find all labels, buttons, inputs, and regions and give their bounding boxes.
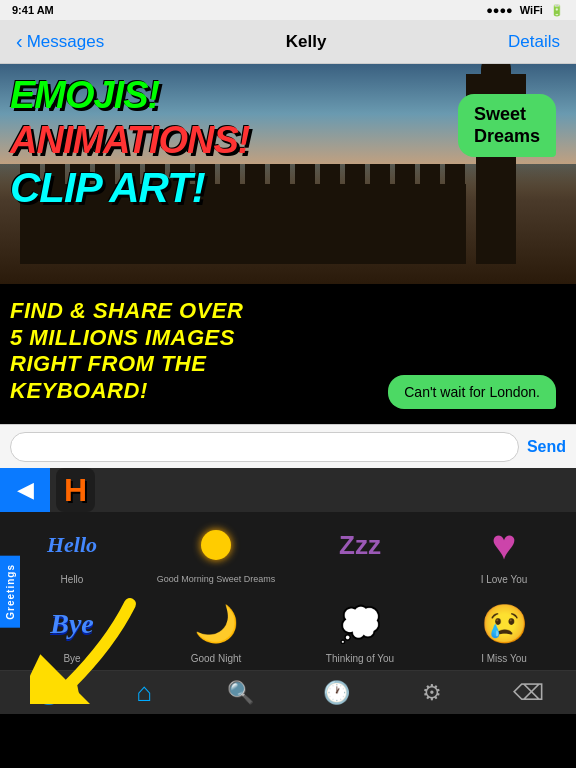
wifi-icon: WiFi: [520, 4, 543, 16]
moon-emoji: 🌙: [189, 599, 244, 649]
status-right: ●●●● WiFi 🔋: [486, 4, 564, 17]
input-bar: Send: [0, 424, 576, 468]
keyboard-bottom-bar: 🌐 ⌂ 🔍 🕐 ⚙ ⌫: [0, 670, 576, 714]
messages-area: EMOJIS! ANIMATIONS! CLIP ART! FIND & SHA…: [0, 64, 576, 424]
search-button[interactable]: 🔍: [215, 671, 265, 715]
h-sticker: H: [56, 468, 95, 512]
hello-text: Hello: [47, 534, 97, 556]
bye-text: Bye: [50, 610, 94, 638]
sticker-row-1: Hello Hello Good Morning Sweet Dreams Zz…: [0, 512, 576, 591]
home-icon: ⌂: [136, 677, 152, 708]
chevron-left-icon: ‹: [16, 30, 23, 53]
status-time: 9:41 AM: [12, 4, 54, 16]
sticker-row-2: Bye Bye 🌙 Good Night 💭 Thinking of: [0, 591, 576, 670]
sticker-hello[interactable]: Hello Hello: [0, 512, 144, 591]
h-sticker-area: H: [56, 472, 95, 509]
status-bar: 9:41 AM ●●●● WiFi 🔋: [0, 0, 576, 20]
sticker-zzz[interactable]: Zzz: [288, 512, 432, 591]
search-icon: 🔍: [227, 680, 254, 706]
sticker-bye[interactable]: Bye Bye: [0, 591, 144, 670]
goodnight-label: Good Night: [191, 653, 242, 664]
moon-icon-glyph: 🌙: [194, 606, 239, 642]
sticker-grid: Hello Hello Good Morning Sweet Dreams Zz…: [0, 512, 576, 670]
home-button[interactable]: ⌂: [119, 671, 169, 715]
sad-icon: 😢: [481, 605, 528, 643]
sticker-miss[interactable]: 😢 I Miss You: [432, 591, 576, 670]
back-arrow-icon: ◀: [17, 477, 34, 503]
sticker-morning[interactable]: Good Morning Sweet Dreams: [144, 512, 288, 591]
zzz-text: Zzz: [339, 532, 381, 558]
miss-label: I Miss You: [481, 653, 527, 664]
settings-icon: ⚙: [422, 680, 442, 706]
sweet-dreams-bubble: SweetDreams: [458, 94, 556, 157]
sweet-dreams-text: SweetDreams: [474, 104, 540, 147]
bye-emoji: Bye: [50, 599, 94, 649]
keyboard-topbar: ◀ H: [0, 468, 576, 512]
globe-icon: 🌐: [35, 680, 62, 706]
sad-emoji: 😢: [477, 599, 532, 649]
clock-button[interactable]: 🕐: [311, 671, 361, 715]
thinking-emoji: 💭: [333, 599, 388, 649]
love-emoji: ♥: [477, 520, 532, 570]
greetings-label: Greetings: [0, 556, 20, 628]
delete-icon: ⌫: [513, 680, 544, 706]
globe-button[interactable]: 🌐: [23, 671, 73, 715]
keyboard-area: ◀ H Greetings Hello Hello: [0, 468, 576, 714]
settings-button[interactable]: ⚙: [407, 671, 457, 715]
bye-label: Bye: [63, 653, 80, 664]
morning-label: Good Morning Sweet Dreams: [157, 574, 276, 584]
parliament-silhouette: [20, 184, 466, 264]
sun-icon: [201, 530, 231, 560]
morning-emoji: [201, 520, 231, 570]
heart-icon: ♥: [492, 524, 517, 566]
cant-wait-text: Can't wait for London.: [404, 384, 540, 400]
sticker-goodnight[interactable]: 🌙 Good Night: [144, 591, 288, 670]
keyboard-back-button[interactable]: ◀: [0, 468, 50, 512]
cant-wait-bubble: Can't wait for London.: [388, 375, 556, 409]
cloud-icon: 💭: [339, 607, 381, 641]
love-label: I Love You: [481, 574, 528, 585]
delete-button[interactable]: ⌫: [503, 671, 553, 715]
nav-title: Kelly: [286, 32, 327, 52]
nav-bar: ‹ Messages Kelly Details: [0, 20, 576, 64]
sticker-section: Greetings Hello Hello Good Morning Sweet: [0, 512, 576, 670]
send-button[interactable]: Send: [527, 438, 566, 456]
zzz-emoji: Zzz: [333, 520, 388, 570]
clock-icon: 🕐: [323, 680, 350, 706]
message-input[interactable]: [10, 432, 519, 462]
back-label: Messages: [27, 32, 104, 52]
sticker-thinking[interactable]: 💭 Thinking of You: [288, 591, 432, 670]
hello-emoji: Hello: [42, 520, 102, 570]
hello-label: Hello: [61, 574, 84, 585]
sticker-love[interactable]: ♥ I Love You: [432, 512, 576, 591]
signal-icon: ●●●●: [486, 4, 513, 16]
thinking-label: Thinking of You: [326, 653, 394, 664]
nav-back-button[interactable]: ‹ Messages: [16, 30, 104, 53]
battery-icon: 🔋: [550, 4, 564, 16]
nav-details-button[interactable]: Details: [508, 32, 560, 52]
